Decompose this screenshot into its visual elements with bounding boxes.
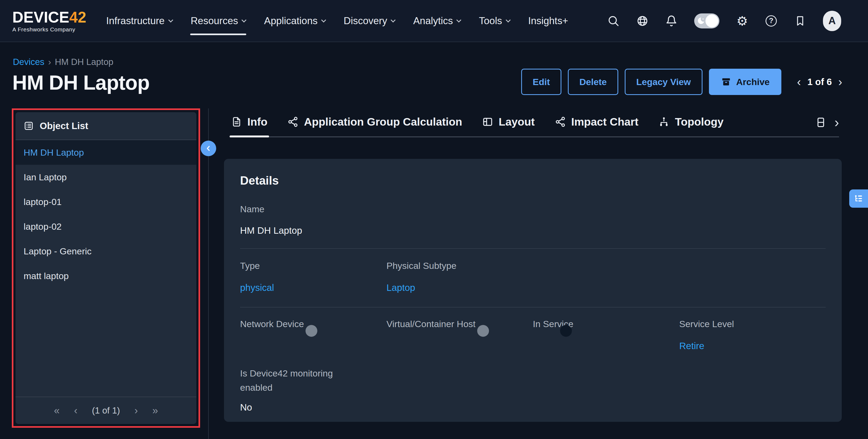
help-icon[interactable]: ? [765,15,777,27]
molecule-icon [555,116,566,127]
network-device-label: Network Device [240,319,304,329]
bell-icon[interactable] [665,15,678,27]
list-item-laptop-01[interactable]: laptop-01 [16,189,196,214]
tab-topology[interactable]: Topology [657,116,725,136]
tab-layout[interactable]: Layout [480,116,536,136]
breadcrumb-devices-link[interactable]: Devices [13,57,44,67]
tab-label: Topology [675,116,723,128]
type-field: Type physical [240,261,386,293]
toggle-knob [306,325,317,337]
nav-infrastructure[interactable]: Infrastructure [106,14,173,28]
next-page-icon[interactable]: › [134,406,138,416]
object-list-panel: Object List HM DH Laptop Ian Laptop lapt… [16,112,196,424]
archive-label: Archive [736,77,770,87]
theme-toggle[interactable] [694,13,719,28]
tree-view-button[interactable] [849,189,868,208]
record-pager: ‹ 1 of 6 › [797,76,842,88]
tab-impact-chart[interactable]: Impact Chart [553,116,640,136]
name-value: HM DH Laptop [240,225,826,236]
archive-icon [721,77,732,87]
nav-insights[interactable]: Insights+ [528,14,569,28]
search-icon[interactable] [607,15,620,27]
tab-label: Layout [499,116,535,128]
list-icon [24,121,34,131]
tabs-scroll-right-icon[interactable]: › [834,115,839,129]
main-menu: Infrastructure Resources Applications Di… [106,14,569,28]
page-title: HM DH Laptop [12,71,149,94]
type-value-link[interactable]: physical [240,282,386,293]
nav-applications[interactable]: Applications [264,14,326,28]
edit-button[interactable]: Edit [521,69,561,95]
physical-subtype-value-link[interactable]: Laptop [386,282,533,293]
list-item-hm-dh-laptop[interactable]: HM DH Laptop [16,140,196,165]
virtual-host-field: Virtual/Container Host [386,319,533,351]
sidebar-collapse-button[interactable] [200,141,216,156]
content-vertical-divider [208,109,209,439]
nav-discovery[interactable]: Discovery [343,14,395,28]
globe-icon[interactable] [636,15,649,27]
breadcrumb-separator: › [48,57,51,67]
virtual-host-label: Virtual/Container Host [386,319,475,329]
object-list: HM DH Laptop Ian Laptop laptop-01 laptop… [16,140,196,397]
layout-icon [482,116,493,127]
tab-info[interactable]: Info [229,116,269,136]
tabs-overflow: › [815,115,839,136]
top-navbar: DEVICE42 A Freshworks Company Infrastruc… [0,0,868,42]
brand-subtitle: A Freshworks Company [12,27,86,32]
list-item-laptop-02[interactable]: laptop-02 [16,214,196,239]
chevron-down-icon [457,18,461,22]
delete-button[interactable]: Delete [568,69,618,95]
question-mark: ? [766,15,777,27]
archive-button[interactable]: Archive [709,69,782,95]
physical-subtype-label: Physical Subtype [386,261,457,271]
service-level-label: Service Level [679,319,734,329]
user-avatar[interactable]: A [823,11,841,31]
record-pager-label: 1 of 6 [807,77,832,87]
page-indicator: (1 of 1) [92,406,120,416]
action-bar: Edit Delete Legacy View Archive ‹ 1 of 6… [521,69,842,95]
details-card: Details Name HM DH Laptop Type physical … [224,159,842,422]
next-record-icon[interactable]: › [838,76,842,88]
gear-icon[interactable]: ⚙ [736,15,748,27]
first-page-icon[interactable]: « [54,406,60,416]
list-item-ian-laptop[interactable]: Ian Laptop [16,165,196,189]
prev-record-icon[interactable]: ‹ [797,76,801,88]
chevron-down-icon [168,18,173,22]
nav-label: Tools [479,15,502,27]
navbar-icons: ⚙ ? A [607,11,841,31]
toggles-row: Network Device Virtual/Container Host In… [240,319,826,351]
nav-label: Discovery [344,15,387,27]
detail-tabs: Info Application Group Calculation Layou… [229,115,839,137]
tab-label: Application Group Calculation [304,116,462,128]
legacy-view-button[interactable]: Legacy View [625,69,703,95]
brand-name: DEVICE [12,8,69,26]
in-service-field: In Service [533,319,679,351]
nav-resources[interactable]: Resources [190,14,247,28]
chevron-down-icon [506,18,510,22]
brand-wordmark: DEVICE42 [12,10,86,25]
chevron-left-icon [205,145,212,152]
nav-label: Analytics [413,15,453,27]
bookmark-icon[interactable] [794,15,806,27]
object-list-title: Object List [40,120,88,131]
last-page-icon[interactable]: » [152,406,158,416]
list-item-laptop-generic[interactable]: Laptop - Generic [16,239,196,264]
list-item-matt-laptop[interactable]: matt laptop [16,264,196,288]
divider [240,307,826,308]
server-icon[interactable] [815,117,827,128]
service-level-field: Service Level Retire [679,319,826,351]
tab-label: Info [247,116,268,128]
service-level-value-link[interactable]: Retire [679,341,826,351]
chevron-down-icon [391,18,396,22]
nav-analytics[interactable]: Analytics [412,14,461,28]
chevron-down-icon [242,18,247,22]
monitoring-label: Is Device42 monitoring enabled [240,366,353,394]
brand-number: 42 [69,8,86,26]
object-list-annotation-box: Object List HM DH Laptop Ian Laptop lapt… [12,109,200,428]
prev-page-icon[interactable]: ‹ [74,406,78,416]
nav-tools[interactable]: Tools [478,14,510,28]
tab-application-group-calculation[interactable]: Application Group Calculation [286,116,464,136]
network-device-field: Network Device [240,319,386,351]
device42-logo[interactable]: DEVICE42 A Freshworks Company [12,10,86,32]
toggle-knob [560,325,572,337]
